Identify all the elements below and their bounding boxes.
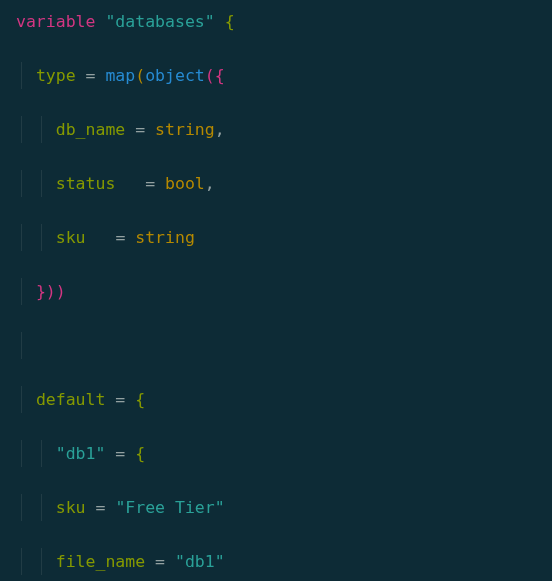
code-line[interactable]: })) bbox=[16, 278, 552, 305]
equals: = bbox=[145, 174, 155, 193]
brace-open: { bbox=[135, 444, 145, 463]
fn-map: map bbox=[105, 66, 135, 85]
code-line[interactable]: type = map(object({ bbox=[16, 62, 552, 89]
attr-type: type bbox=[36, 66, 76, 85]
comma: , bbox=[205, 174, 215, 193]
map-key-db1: "db1" bbox=[56, 444, 106, 463]
equals: = bbox=[135, 120, 145, 139]
variable-name: "databases" bbox=[105, 12, 214, 31]
code-line[interactable]: status = bool, bbox=[16, 170, 552, 197]
code-line[interactable]: default = { bbox=[16, 386, 552, 413]
equals: = bbox=[115, 444, 125, 463]
attr-sku: sku bbox=[56, 498, 86, 517]
code-line[interactable]: "db1" = { bbox=[16, 440, 552, 467]
brace-open: { bbox=[225, 12, 235, 31]
equals: = bbox=[115, 390, 125, 409]
equals: = bbox=[155, 552, 165, 571]
code-editor[interactable]: variable "databases" { type = map(object… bbox=[0, 0, 552, 581]
code-line[interactable]: variable "databases" { bbox=[16, 8, 552, 35]
attr-file-name: file_name bbox=[56, 552, 145, 571]
equals: = bbox=[86, 66, 96, 85]
paren-open: ( bbox=[135, 66, 145, 85]
type-string: string bbox=[155, 120, 215, 139]
value-db1: "db1" bbox=[175, 552, 225, 571]
fn-object: object bbox=[145, 66, 205, 85]
brace-open: { bbox=[215, 66, 225, 85]
code-line[interactable]: sku = string bbox=[16, 224, 552, 251]
paren-open: ( bbox=[205, 66, 215, 85]
type-bool: bool bbox=[165, 174, 205, 193]
equals: = bbox=[115, 228, 125, 247]
keyword-variable: variable bbox=[16, 12, 95, 31]
code-line[interactable]: sku = "Free Tier" bbox=[16, 494, 552, 521]
comma: , bbox=[215, 120, 225, 139]
type-string: string bbox=[135, 228, 195, 247]
brace-open: { bbox=[135, 390, 145, 409]
attr-db-name: db_name bbox=[56, 120, 126, 139]
attr-status: status bbox=[56, 174, 116, 193]
close-brace-paren: })) bbox=[36, 282, 66, 301]
code-line[interactable]: db_name = string, bbox=[16, 116, 552, 143]
attr-default: default bbox=[36, 390, 106, 409]
code-line[interactable] bbox=[16, 332, 552, 359]
attr-sku: sku bbox=[56, 228, 86, 247]
equals: = bbox=[96, 498, 106, 517]
value-free-tier: "Free Tier" bbox=[115, 498, 224, 517]
code-line[interactable]: file_name = "db1" bbox=[16, 548, 552, 575]
